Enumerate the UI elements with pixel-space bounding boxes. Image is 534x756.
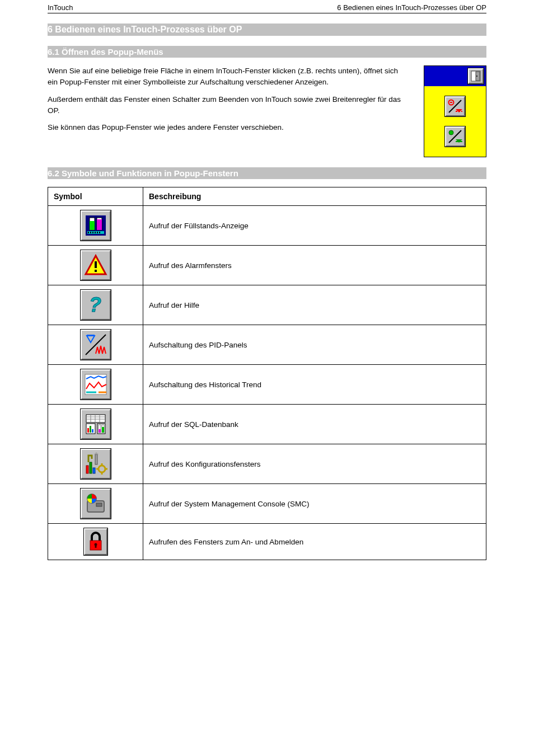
- svg-rect-61: [96, 503, 102, 506]
- popup-body: [424, 86, 486, 157]
- table-cell-desc: Aufschaltung des Historical Trend: [143, 365, 486, 405]
- svg-rect-47: [99, 429, 101, 433]
- smc-button[interactable]: [81, 489, 111, 519]
- svg-point-2: [476, 76, 477, 77]
- svg-rect-49: [102, 427, 104, 433]
- svg-point-55: [99, 466, 105, 472]
- header-right: 6 Bedienen eines InTouch-Prozesses über …: [337, 3, 486, 12]
- sql-button[interactable]: [81, 409, 111, 439]
- svg-rect-18: [88, 232, 89, 233]
- width-regulator-red-icon: [448, 99, 462, 114]
- table-header-icon: Symbol: [48, 187, 143, 206]
- svg-rect-5: [450, 102, 452, 103]
- svg-rect-26: [95, 270, 97, 272]
- svg-rect-42: [87, 428, 89, 433]
- svg-rect-35: [86, 415, 105, 422]
- table-cell-desc: Aufrufen des Fensters zum An- und Abmeld…: [143, 524, 486, 560]
- header-left: InTouch: [48, 3, 73, 12]
- sql-database-icon: [84, 412, 107, 436]
- svg-rect-52: [93, 468, 95, 473]
- help-button[interactable]: ?: [81, 290, 111, 320]
- popup-titlebar[interactable]: [424, 66, 486, 86]
- table-header-desc: Beschreibung: [143, 187, 486, 206]
- svg-rect-19: [90, 232, 91, 233]
- table-cell-desc: Aufschaltung des PID-Panels: [143, 325, 486, 365]
- table-cell-desc: Aufruf der Füllstands-Anzeige: [143, 206, 486, 246]
- smc-icon: [84, 492, 107, 515]
- trend-button[interactable]: [81, 369, 111, 400]
- svg-rect-20: [92, 232, 93, 233]
- table-row: ? Aufruf der Hilfe: [48, 285, 486, 325]
- lock-icon: [88, 532, 104, 552]
- width-regulator-red-button[interactable]: [445, 96, 465, 116]
- paragraph: Außerdem enthält das Fenster einen Schal…: [48, 94, 408, 117]
- paragraph: Sie können das Popup-Fenster wie jedes a…: [48, 122, 408, 133]
- svg-marker-29: [87, 336, 95, 342]
- svg-rect-22: [97, 232, 98, 233]
- table-row: Aufruf des Konfigurationsfensters: [48, 444, 486, 484]
- table-row: Aufrufen des Fensters zum An- und Abmeld…: [48, 524, 486, 560]
- svg-marker-54: [94, 452, 99, 454]
- trend-chart-icon: [84, 373, 107, 396]
- heading-1: 6 Bedienen eines InTouch-Prozesses über …: [48, 24, 486, 36]
- table-cell-desc: Aufruf der Hilfe: [143, 285, 486, 325]
- svg-point-9: [449, 130, 453, 135]
- heading-2-open-popup: 6.1 Öffnen des Popup-Menüs: [48, 46, 486, 58]
- question-mark-icon: ?: [87, 294, 105, 316]
- svg-rect-50: [86, 466, 88, 473]
- config-button[interactable]: [81, 449, 111, 479]
- svg-rect-44: [92, 429, 93, 433]
- table-row: Aufruf der Füllstands-Anzeige: [48, 206, 486, 246]
- paragraph: Wenn Sie auf eine beliebige freie Fläche…: [48, 65, 408, 88]
- table-cell-desc: Aufruf des Alarmfensters: [143, 246, 486, 285]
- svg-rect-16: [97, 219, 102, 230]
- svg-rect-43: [90, 426, 91, 433]
- table-row: Aufruf des Alarmfensters: [48, 246, 486, 285]
- heading-2-symbols: 6.2 Symbole und Funktionen in Popup-Fens…: [48, 167, 486, 179]
- svg-rect-23: [99, 232, 100, 233]
- table-cell-desc: Aufruf der SQL-Datenbank: [143, 405, 486, 444]
- exit-button[interactable]: [468, 68, 484, 84]
- lock-button[interactable]: [84, 528, 107, 555]
- svg-rect-14: [90, 221, 95, 230]
- svg-rect-21: [95, 232, 96, 233]
- warning-icon: [84, 253, 107, 277]
- levels-icon: [85, 214, 107, 237]
- pid-icon: [85, 334, 107, 356]
- svg-text:?: ?: [89, 294, 101, 316]
- page-header: InTouch 6 Bedienen eines InTouch-Prozess…: [48, 0, 486, 13]
- alarm-button[interactable]: [81, 250, 111, 280]
- table-row: Aufruf der System Management Console (SM…: [48, 484, 486, 524]
- table-cell-desc: Aufruf der System Management Console (SM…: [143, 484, 486, 524]
- width-regulator-green-icon: [448, 129, 462, 144]
- width-regulator-green-button[interactable]: [445, 126, 465, 147]
- pid-panel-button[interactable]: [81, 330, 111, 360]
- svg-rect-65: [95, 544, 96, 548]
- levels-button[interactable]: [81, 210, 111, 241]
- table-cell-desc: Aufruf des Konfigurationsfensters: [143, 444, 486, 484]
- table-row: Aufschaltung des Historical Trend: [48, 365, 486, 405]
- tools-config-icon: [84, 452, 107, 476]
- popup-window: [424, 65, 486, 157]
- door-exit-icon: [471, 71, 481, 82]
- svg-rect-25: [95, 261, 97, 268]
- symbol-table: Symbol Beschreibung: [48, 187, 486, 560]
- table-row: Aufruf der SQL-Datenbank: [48, 405, 486, 444]
- svg-rect-51: [90, 462, 92, 473]
- table-row: Aufschaltung des PID-Panels: [48, 325, 486, 365]
- svg-rect-53: [95, 454, 97, 464]
